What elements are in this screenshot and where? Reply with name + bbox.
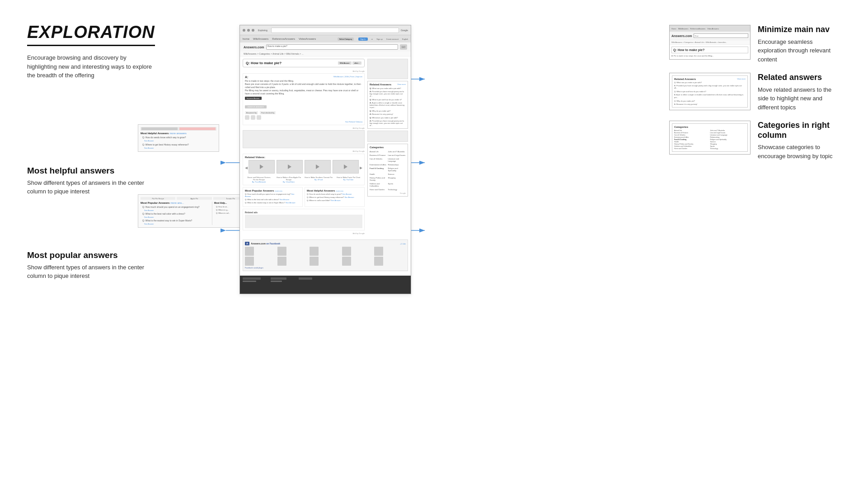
social-icon-fb xyxy=(245,115,249,120)
go-button[interactable]: GO xyxy=(400,44,407,50)
right-column: Related Answers View more Q: What can yo… xyxy=(367,59,408,235)
prev-video-btn[interactable]: ◀ xyxy=(245,166,248,170)
right-ad-top xyxy=(367,59,408,79)
annotation-most-popular: Most popular answers Show different type… xyxy=(27,250,217,281)
sign-in-btn[interactable]: Sign In xyxy=(358,38,367,41)
browser-dot xyxy=(247,29,250,32)
browser-dot xyxy=(243,29,245,32)
fb-avatar xyxy=(310,247,319,256)
ad-box xyxy=(243,130,365,148)
minimize-nav-title: Minimize main nav xyxy=(758,25,841,35)
exploration-description: Encourage browsing and discovery by high… xyxy=(27,53,154,80)
browser-bar: Exploring Google xyxy=(240,25,411,35)
categories-desc: Showcase categories to encourage browsin… xyxy=(758,143,841,160)
nav-home: home xyxy=(243,38,249,40)
improve-btn[interactable]: Improve Answer xyxy=(245,97,262,100)
most-helpful-wireframe: Most Helpful Answers more answers Q: How… xyxy=(138,124,226,155)
video-thumb[interactable] xyxy=(249,160,275,174)
question-text: Q: How to make pie? xyxy=(246,61,282,65)
fb-avatar xyxy=(245,257,254,266)
fb-avatar xyxy=(310,257,319,266)
fb-avatar xyxy=(277,247,286,256)
related-answers-section: Related Answers View more Q: What can yo… xyxy=(669,73,841,112)
video-thumb[interactable] xyxy=(305,160,331,174)
related-answers-desc: Move related answers to the side to high… xyxy=(758,85,841,112)
related-videos-box: Related Videos: ◀ ▶ Daron and Rebecca Ch… xyxy=(243,154,365,185)
minimize-nav-wireframe: Home WikiAnswers ReferenceAnswers VideoA… xyxy=(669,25,751,60)
most-helpful-col: Most Helpful Answers more ans Q: How do … xyxy=(305,187,365,207)
categories-section: Categories Animal Life Jules and T Austr… xyxy=(669,121,841,160)
fb-avatar xyxy=(342,247,351,256)
answer-box: A: Wiki Answer | 104k | Farm | Improve P… xyxy=(243,73,365,125)
main-two-col: Q: How to make pie? Wiki Answer other...… xyxy=(240,56,411,238)
browser-dot xyxy=(252,29,254,32)
most-helpful-desc: Show different types of answers in the c… xyxy=(27,178,158,196)
minimize-nav-section: Home WikiAnswers ReferenceAnswers VideoA… xyxy=(669,25,841,64)
nav-bar: home WikiAnswers ReferenceAnswers VideoA… xyxy=(240,35,411,42)
search-row: Answers.com How to make a pie? GO xyxy=(240,42,411,52)
fb-avatar xyxy=(374,257,383,266)
social-icon-gp xyxy=(257,115,261,120)
facebook-widget: A Answers.com on Facebook +1 Like F xyxy=(240,239,411,273)
right-ad-mid xyxy=(367,131,408,142)
fb-avatar xyxy=(374,247,383,256)
video-thumb[interactable] xyxy=(333,160,359,174)
most-helpful-title: Most helpful answers xyxy=(27,166,217,176)
popular-helpful-row: Most Popular Answers more ans Q: How muc… xyxy=(243,187,365,207)
categories-box: Categories Animal Life Jules and T Austr… xyxy=(367,144,408,197)
site-logo: Answers.com xyxy=(244,46,264,49)
left-panel: EXPLORATION Encourage browsing and disco… xyxy=(27,23,217,294)
minimize-nav-desc: Encourage seamless exploration through r… xyxy=(758,38,841,64)
main-column: Q: How to make pie? Wiki Answer other...… xyxy=(243,59,365,235)
search-box[interactable]: How to make a pie? xyxy=(266,44,398,50)
related-answers-wireframe: Related Answers View more Q: What can yo… xyxy=(669,73,751,110)
related-answers-title: Related answers xyxy=(758,73,841,83)
annotation-most-helpful: Most helpful answers Show different type… xyxy=(27,166,217,196)
center-wireframe: Exploring Google home WikiAnswers Refere… xyxy=(239,25,411,294)
most-popular-desc: Show different types of answers in the c… xyxy=(27,263,158,281)
page-container: EXPLORATION Encourage browsing and disco… xyxy=(0,0,868,488)
video-thumb[interactable] xyxy=(277,160,303,174)
wiki-btn[interactable]: Wiki Answer xyxy=(338,61,352,65)
question-box: Q: How to make pie? Wiki Answer other... xyxy=(243,59,365,67)
related-answers-box: Related Answers View more Q: What can yo… xyxy=(367,81,408,129)
most-popular-wireframe: Put Pie Recipe Apple Pie Tomato Pie Most… xyxy=(138,194,251,228)
page-title: EXPLORATION xyxy=(27,23,155,46)
select-category[interactable]: Select Category xyxy=(338,38,354,41)
fb-avatar xyxy=(277,257,286,266)
nav-reference: ReferenceAnswers xyxy=(272,38,295,40)
breadcrumb: WikiAnswers > Categories > Animal Life >… xyxy=(240,52,411,56)
other-btn[interactable]: other... xyxy=(352,61,361,65)
fb-avatar xyxy=(342,257,351,266)
categories-wireframe: Categories Animal Life Jules and T Austr… xyxy=(669,121,751,155)
footer xyxy=(240,276,411,294)
most-popular-title: Most popular answers xyxy=(27,250,217,260)
nav-video: VideoAnswers xyxy=(299,38,316,40)
remove-answer-btn[interactable]: REMOVE ANSWER xyxy=(245,105,267,108)
social-icon-tw xyxy=(251,115,255,120)
url-bar[interactable] xyxy=(271,28,399,33)
fb-avatar xyxy=(245,247,254,256)
most-popular-col: Most Popular Answers more ans Q: How muc… xyxy=(243,187,303,207)
categories-title: Categories in right column xyxy=(758,121,841,140)
related-ads-box: Related ads xyxy=(243,209,365,230)
next-video-btn[interactable]: ▶ xyxy=(360,166,362,170)
right-panel: Home WikiAnswers ReferenceAnswers VideoA… xyxy=(669,25,841,169)
nav-wiki: WikiAnswers xyxy=(253,38,268,40)
